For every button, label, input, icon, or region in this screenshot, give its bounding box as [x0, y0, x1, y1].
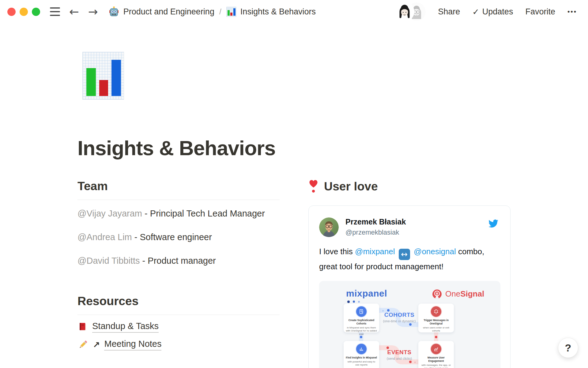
diagram-card-title: Find Insights in Mixpanel [346, 356, 377, 359]
member-role: - Principal Tech Lead Manager [145, 209, 265, 218]
resource-link-meeting-notes[interactable]: ↗ Meeting Notes [77, 339, 280, 351]
cohorts-label: COHORTS (one-time or dynamic) [379, 312, 420, 323]
breadcrumb-item-current[interactable]: Insights & Behaviors [226, 7, 316, 17]
diagram-card-title: Measure User Engagement [420, 356, 452, 363]
user-mention[interactable]: @David Tibbitts [77, 256, 140, 266]
external-arrow-icon: ↗ [93, 340, 100, 350]
breadcrumb-current-label: Insights & Behaviors [240, 7, 316, 17]
updates-button[interactable]: ✓ Updates [472, 7, 513, 17]
favorite-label: Favorite [525, 7, 555, 17]
events-label: EVENTS (send and clicks) [379, 349, 420, 360]
tweet-author-handle[interactable]: @przemekblasiak [345, 228, 406, 236]
user-love-heading: User love [308, 174, 511, 193]
notion-window: ← → Product an [0, 0, 588, 368]
diagram-card-title: Trigger Messages in OneSignal [420, 319, 452, 325]
svg-text:«: « [414, 360, 416, 364]
diagram-card-title: Create Sophisticated Cohorts [346, 319, 377, 325]
tweet-text: I love this @mixpanel ↔ @onesignal combo… [319, 245, 500, 273]
menu-icon [50, 7, 60, 9]
bar-chart-icon-small [226, 7, 236, 17]
link-label: Meeting Notes [104, 339, 161, 351]
right-column: User love [308, 174, 511, 368]
minimize-button[interactable] [20, 8, 28, 16]
tweet-text-line2: great tool for product management! [319, 262, 443, 271]
mixpanel-logo-dots [347, 301, 360, 303]
user-mention[interactable]: @Andrea Lim [77, 232, 132, 242]
tweet-text-after: combo, [458, 247, 484, 256]
line-chart-icon [431, 344, 441, 354]
topbar-actions: Share ✓ Updates Favorite ••• [395, 2, 577, 21]
onesignal-logo-text: OneSignal [445, 289, 484, 299]
collaborator-avatars[interactable] [395, 2, 426, 21]
member-role: - Product manager [142, 256, 216, 266]
sidebar-menu-button[interactable] [50, 7, 60, 16]
topbar: ← → Product an [0, 0, 588, 23]
resources-heading: Resources [77, 289, 280, 315]
diagram-card-body: when users enter or exit cohorts [420, 326, 452, 333]
team-member: @David Tibbitts - Product manager [77, 253, 280, 268]
updates-label: Updates [482, 7, 513, 17]
heart-exclamation-icon [308, 179, 318, 193]
robot-icon [108, 6, 119, 17]
forward-button[interactable]: → [88, 6, 98, 17]
bell-icon [431, 306, 441, 317]
member-role: - Software engineer [134, 232, 212, 242]
favorite-button[interactable]: Favorite [525, 7, 555, 17]
mention-link-onesignal[interactable]: @onesignal [414, 247, 456, 256]
ellipsis-icon: ••• [567, 8, 577, 15]
user-mention[interactable]: @Vijay Jayaram [77, 209, 142, 218]
breadcrumb-parent-label: Product and Engineering [123, 7, 214, 17]
diagram-card-trigger-messages: Trigger Messages in OneSignal when users… [418, 304, 454, 332]
collaborator-avatar-1[interactable] [395, 2, 414, 21]
user-love-label: User love [324, 180, 378, 193]
tweet-author: Przemek Błasiak @przemekblasiak [345, 217, 406, 236]
forward-icon: → [88, 5, 98, 18]
help-icon: ? [565, 342, 571, 354]
breadcrumb: Product and Engineering / Insights & Beh… [108, 6, 316, 17]
pencil-icon [77, 339, 89, 350]
mention-link-mixpanel[interactable]: @mixpanel [355, 247, 395, 256]
page-icon-bar-chart[interactable] [82, 52, 124, 100]
tweet-text-before: I love this [319, 247, 353, 256]
avatar-illustration-1 [395, 2, 414, 21]
diagram-card-body: with messages, the app, or any other eve… [420, 364, 452, 368]
tweet-card: Przemek Błasiak @przemekblasiak I love t… [308, 205, 511, 368]
twitter-bird-icon[interactable] [488, 219, 499, 228]
mixpanel-logo: mixpanel [346, 288, 387, 299]
diagram-card-create-cohorts: Create Sophisticated Cohorts in Mixpanel… [344, 304, 379, 332]
help-button[interactable]: ? [558, 338, 578, 358]
page-title: Insights & Behaviors [77, 136, 275, 160]
share-label: Share [438, 7, 460, 17]
back-icon: ← [69, 5, 79, 18]
bar-chart-icon [356, 344, 367, 354]
back-button[interactable]: ← [69, 6, 79, 17]
check-icon: ✓ [472, 7, 479, 17]
traffic-lights [7, 8, 40, 16]
tweet-author-avatar[interactable] [319, 217, 339, 237]
tweet-media-image[interactable]: » « mixpanel [319, 281, 500, 368]
document-icon [356, 306, 367, 317]
breadcrumb-separator: / [219, 7, 221, 16]
team-heading: Team [77, 174, 280, 200]
onesignal-logo: OneSignal [432, 289, 484, 299]
tweet-author-name[interactable]: Przemek Błasiak [345, 217, 406, 226]
close-button[interactable] [7, 8, 16, 16]
diagram-card-measure-engagement: Measure User Engagement with messages, t… [418, 341, 454, 368]
tweet-avatar-photo [319, 217, 339, 237]
fullscreen-button[interactable] [32, 8, 40, 16]
diagram-card-find-insights: Find Insights in Mixpanel with powerful … [344, 341, 379, 368]
link-label: Standup & Tasks [92, 321, 159, 333]
team-member: @Andrea Lim - Software engineer [77, 230, 280, 244]
left-column: Team @Vijay Jayaram - Principal Tech Lea… [77, 174, 280, 351]
team-member: @Vijay Jayaram - Principal Tech Lead Man… [77, 206, 280, 221]
resource-link-standup[interactable]: Standup & Tasks [77, 321, 280, 333]
tweet-header: Przemek Błasiak @przemekblasiak [319, 217, 500, 237]
share-button[interactable]: Share [438, 7, 460, 17]
diagram-card-body: in Mixpanel and sync them with OneSignal… [346, 326, 377, 336]
breadcrumb-item-parent[interactable]: Product and Engineering [108, 6, 214, 17]
diagram-card-body: with powerful and easy to use reports [346, 360, 377, 367]
red-book-icon [77, 322, 88, 332]
more-button[interactable]: ••• [567, 8, 577, 15]
left-right-arrow-emoji: ↔ [399, 249, 410, 260]
onesignal-logo-mark [432, 289, 442, 299]
